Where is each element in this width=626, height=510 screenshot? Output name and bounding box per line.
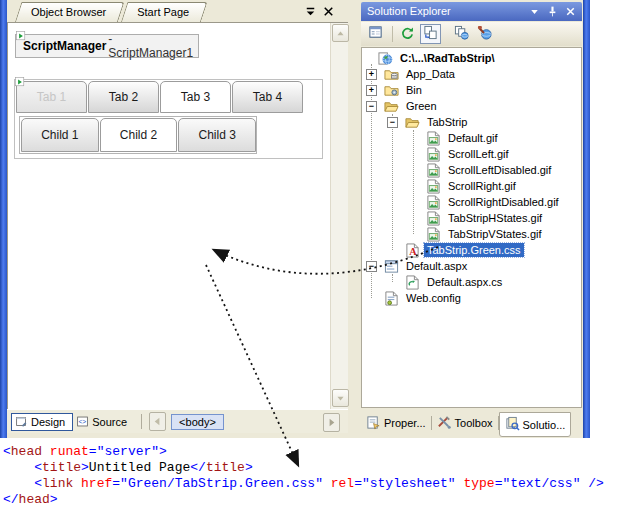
code-token: title (206, 460, 245, 475)
tree-item[interactable]: −Green (362, 98, 581, 114)
designer-tab[interactable]: Tab 3 (160, 81, 231, 113)
tree-item[interactable]: ScrollLeft.gif (362, 146, 581, 162)
expand-toggle[interactable]: − (387, 117, 398, 128)
document-tab-label: Start Page (137, 6, 189, 18)
svg-text:<>: <> (79, 419, 87, 426)
design-icon (15, 415, 28, 428)
expand-toggle[interactable]: + (366, 69, 377, 80)
code-token (3, 476, 34, 491)
tree-item-label: ScrollRight.gif (445, 179, 519, 193)
config-icon (384, 290, 400, 306)
vertical-scrollbar[interactable] (330, 23, 348, 409)
code-token: > (159, 444, 167, 459)
tree-item[interactable]: +Bin (362, 82, 581, 98)
designer-tab[interactable]: Tab 4 (232, 81, 303, 113)
tree-item-label: Bin (403, 83, 425, 97)
scriptmanager-instance: - ScriptManager1 (108, 32, 198, 60)
tree-item-label: ScrollLeft.gif (445, 147, 512, 161)
radtabstrip-control[interactable]: Tab 1Tab 2Tab 3Tab 4 Child 1Child 2Child… (14, 79, 323, 159)
tag-nav-right-icon[interactable] (323, 413, 340, 432)
tree-item[interactable]: ScrollRight.gif (362, 178, 581, 194)
tool-window-tab[interactable]: Solutio... (499, 412, 572, 437)
solution-explorer-toolbar (361, 22, 582, 46)
smart-tag-icon[interactable] (16, 31, 26, 41)
tab-list-icon[interactable] (303, 4, 318, 19)
code-token: = (354, 476, 362, 491)
image-icon (426, 178, 442, 194)
site-icon (378, 50, 394, 66)
scroll-down-icon[interactable] (332, 389, 349, 407)
designer-child-tab[interactable]: Child 2 (100, 118, 178, 152)
code-token: type (463, 476, 494, 491)
tree-item[interactable]: −TabStrip (362, 114, 581, 130)
document-tab[interactable]: Start Page (121, 2, 201, 22)
code-token: > (50, 492, 58, 507)
scroll-up-icon[interactable] (332, 24, 349, 42)
scriptmanager-title: ScriptManager (23, 39, 106, 53)
aspx-icon (384, 258, 400, 274)
design-surface[interactable]: ScriptManager - ScriptManager1 Tab 1Tab … (7, 22, 348, 409)
tool-window-tab-label: Solutio... (523, 419, 566, 431)
tree-item-label: TabStrip (424, 115, 470, 129)
solution-explorer-titlebar[interactable]: Solution Explorer (361, 2, 582, 21)
nest-files-button[interactable] (420, 24, 441, 44)
code-token: = (112, 476, 120, 491)
designer-child-tab[interactable]: Child 1 (21, 118, 99, 152)
scriptmanager-control[interactable]: ScriptManager - ScriptManager1 (15, 34, 199, 58)
tree-item[interactable]: +App_Data (362, 66, 581, 82)
tag-nav-left-icon[interactable] (149, 412, 166, 431)
tree-item-label: ScrollLeftDisabled.gif (445, 163, 554, 177)
properties-button[interactable] (365, 24, 386, 44)
code-token: "text/css" (502, 476, 580, 491)
tree-item[interactable]: Default.aspx.cs (362, 274, 581, 290)
tree-item[interactable]: ScrollRightDisabled.gif (362, 194, 581, 210)
design-view-button[interactable]: Design (11, 413, 73, 431)
close-document-icon[interactable] (321, 4, 336, 19)
source-view-button[interactable]: <> Source (73, 413, 134, 431)
tree-item[interactable]: ATabStrip.Green.css (362, 242, 581, 258)
tree-item-label: Default.aspx.cs (424, 275, 505, 289)
cs-icon (405, 274, 421, 290)
smart-tag-icon[interactable] (15, 77, 25, 87)
code-token: runat (50, 444, 89, 459)
child-tab-box: Child 1Child 2Child 3 (19, 116, 257, 154)
code-token: "Green/TabStrip.Green.css" (120, 476, 323, 491)
tree-item-label: C:\...\RadTabStrip\ (397, 51, 498, 65)
tree-item[interactable]: ScrollLeftDisabled.gif (362, 162, 581, 178)
folder-bin-icon (384, 82, 400, 98)
expand-toggle[interactable]: − (366, 101, 377, 112)
parent-tab-row: Tab 1Tab 2Tab 3Tab 4 (16, 81, 304, 113)
expand-toggle[interactable]: + (366, 85, 377, 96)
tool-window-tab[interactable]: Proper... (361, 412, 431, 434)
code-token: href (81, 476, 112, 491)
tree-item[interactable]: C:\...\RadTabStrip\ (362, 50, 581, 66)
designer-child-tab[interactable]: Child 3 (178, 118, 256, 152)
designer-tab[interactable]: Tab 2 (88, 81, 159, 113)
code-line: </head> (3, 492, 604, 508)
tool-window-tab[interactable]: Toolbox (432, 412, 498, 434)
folder-data-icon (384, 66, 400, 82)
properties-icon (368, 25, 383, 44)
code-token: /> (588, 476, 604, 491)
copy-web-button[interactable] (451, 24, 472, 44)
chevron-down-icon[interactable] (527, 4, 542, 19)
solution-explorer-tree[interactable]: C:\...\RadTabStrip\+App_Data+Bin−Green−T… (361, 47, 582, 408)
tree-item[interactable]: Default.gif (362, 130, 581, 146)
tree-rows: C:\...\RadTabStrip\+App_Data+Bin−Green−T… (362, 48, 581, 407)
tree-item[interactable]: TabStripHStates.gif (362, 210, 581, 226)
tree-item[interactable]: −Default.aspx (362, 258, 581, 274)
tag-navigator-body[interactable]: <body> (171, 414, 224, 430)
tree-item[interactable]: TabStripVStates.gif (362, 226, 581, 242)
close-icon[interactable] (563, 4, 578, 19)
image-icon (426, 210, 442, 226)
document-tab[interactable]: Object Browser (15, 2, 118, 22)
pin-icon[interactable] (545, 4, 560, 19)
window-edge-right (583, 0, 590, 438)
svg-text:A: A (409, 246, 417, 257)
tree-item[interactable]: Web.config (362, 290, 581, 306)
designer-tab[interactable]: Tab 1 (16, 81, 87, 113)
expand-toggle[interactable]: − (366, 261, 377, 272)
aspnet-config-button[interactable] (474, 24, 495, 44)
tree-item-label: Green (403, 99, 440, 113)
refresh-button[interactable] (397, 24, 418, 44)
